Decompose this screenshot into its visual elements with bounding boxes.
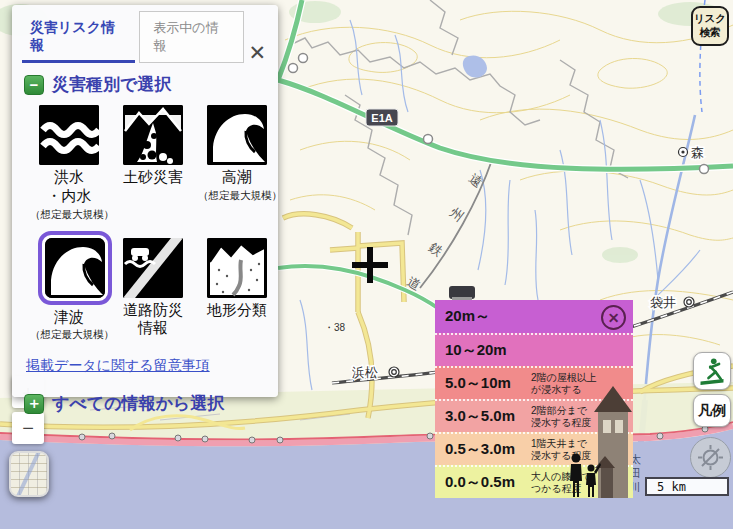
- section-by-type: − 災害種別で選択: [24, 73, 278, 96]
- tab-disaster-risk-info[interactable]: 災害リスク情報: [22, 13, 135, 63]
- road-disaster-icon: [123, 238, 183, 298]
- data-notes-link[interactable]: 掲載データに関する留意事項: [26, 357, 210, 375]
- tile-note: （想定最大規模）: [198, 189, 276, 203]
- legend-range: 5.0～10m: [445, 374, 531, 393]
- expand-plus-icon[interactable]: ＋: [24, 394, 44, 414]
- disaster-type-landform[interactable]: 地形分類: [206, 238, 268, 320]
- legend-range: 20m～: [445, 307, 531, 326]
- map-marker: [449, 286, 475, 300]
- disaster-type-flood[interactable]: 洪水 ・内水 （想定最大規模）: [38, 105, 100, 222]
- disaster-type-road-disaster[interactable]: 道路防災 情報: [122, 238, 184, 339]
- label-hamamatsu: 浜松: [352, 365, 378, 380]
- legend-desc: 2階部分まで浸水する程度: [531, 405, 591, 429]
- close-icon[interactable]: ✕: [244, 42, 270, 63]
- landslide-icon: [123, 105, 183, 165]
- city-symbol-fukuroi: [684, 297, 694, 307]
- panel-tabbar: 災害リスク情報 表示中の情報 ✕: [12, 5, 278, 63]
- city-symbol-hamamatsu: [389, 367, 399, 377]
- risk-search-button[interactable]: リスク 検索: [691, 6, 729, 46]
- selected-outline: [38, 231, 112, 305]
- overview-minimap-button[interactable]: [9, 451, 49, 497]
- tile-label: 土砂災害: [122, 168, 184, 187]
- tile-label: 津波: [38, 308, 100, 327]
- location-target-icon: [697, 444, 724, 471]
- legend-range: 10～20m: [445, 341, 531, 360]
- tsunami-depth-legend: ✕ 20m～ 10～20m 5.0～10m 2階の屋根以上が浸水する 3.0～5…: [435, 300, 633, 498]
- person-depth-illustration: [567, 453, 601, 498]
- tile-note: （想定最大規模）: [30, 208, 108, 222]
- tile-label: 地形分類: [206, 301, 268, 320]
- risk-search-label-2: 検索: [700, 26, 721, 40]
- disaster-type-row-1: 洪水 ・内水 （想定最大規模） 土砂災害: [12, 105, 278, 222]
- evacuation-button[interactable]: [693, 352, 731, 390]
- current-location-button[interactable]: [690, 437, 731, 478]
- section-title-by-type: 災害種別で選択: [52, 73, 171, 96]
- zoom-out-button[interactable]: −: [12, 412, 44, 444]
- running-person-icon: [697, 356, 727, 386]
- disaster-type-storm-surge[interactable]: 高潮 （想定最大規模）: [206, 105, 268, 203]
- section-title-all-info: すべての情報から選択: [52, 392, 224, 415]
- legend-close-icon[interactable]: ✕: [601, 305, 626, 330]
- disaster-risk-panel: 災害リスク情報 表示中の情報 ✕ − 災害種別で選択 洪水 ・内水 （想定最大規…: [12, 5, 278, 397]
- risk-search-label-1: リスク: [694, 12, 726, 26]
- collapse-minus-icon[interactable]: −: [24, 75, 44, 95]
- flood-icon: [39, 105, 99, 165]
- tile-label: 洪水: [38, 168, 100, 187]
- tile-note: （想定最大規模）: [30, 328, 108, 342]
- tab-displayed-info[interactable]: 表示中の情報: [139, 11, 244, 63]
- tile-label-2: ・内水: [38, 187, 100, 206]
- highway-shield-e1a: E1A: [366, 109, 398, 126]
- legend-range: 0.5～3.0m: [445, 440, 531, 459]
- label-fukuroi: 袋井: [650, 295, 676, 310]
- storm-surge-icon: [207, 105, 267, 165]
- label-spot-elevation: ・38: [324, 322, 346, 333]
- landform-icon: [207, 238, 267, 298]
- disaster-type-tsunami[interactable]: 津波 （想定最大規模）: [38, 238, 100, 343]
- section-all-info: ＋ すべての情報から選択: [24, 392, 278, 415]
- hazard-map-app: E1A 森 袋井 浜松 太 田 川 遠 州 鉄 道 ・38 ＋: [0, 0, 733, 529]
- legend-range: 3.0～5.0m: [445, 407, 531, 426]
- legend-desc: 2階の屋根以上が浸水する: [531, 372, 597, 396]
- label-mori: 森: [691, 145, 704, 160]
- tile-label-2: 情報: [122, 319, 184, 338]
- legend-row: 10～20m: [435, 333, 633, 366]
- scale-bar: 5 km: [645, 477, 729, 496]
- legend-toggle-button[interactable]: 凡例: [693, 394, 731, 427]
- legend-range: 0.0～0.5m: [445, 473, 531, 492]
- tile-label: 道路防災: [122, 301, 184, 320]
- town-symbol-mori-dot: [681, 150, 684, 153]
- highway-shield-label: E1A: [371, 112, 392, 124]
- tsunami-icon: [45, 238, 105, 298]
- disaster-type-landslide[interactable]: 土砂災害: [122, 105, 184, 187]
- tile-label: 高潮: [206, 168, 268, 187]
- disaster-type-row-2: 津波 （想定最大規模） 道路防災 情報: [12, 238, 278, 343]
